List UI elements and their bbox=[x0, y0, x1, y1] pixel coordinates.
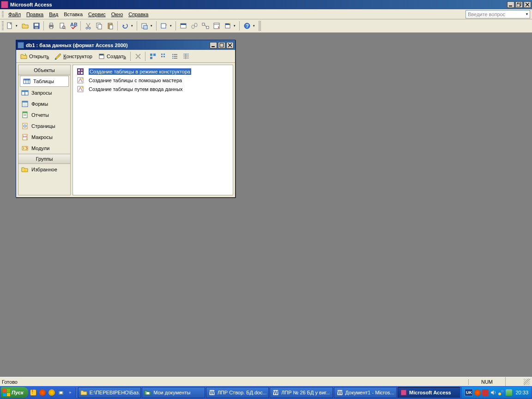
svg-line-12 bbox=[65, 28, 66, 29]
toolbar-grip[interactable] bbox=[2, 21, 4, 30]
code-button[interactable] bbox=[178, 21, 188, 31]
menubar-grip[interactable] bbox=[2, 11, 4, 18]
relationships-button[interactable] bbox=[200, 21, 211, 31]
tray-volume-icon[interactable] bbox=[490, 389, 496, 396]
menu-tools[interactable]: Сервис bbox=[85, 11, 109, 18]
clock[interactable]: 20:33 bbox=[515, 390, 528, 395]
toolbar-end-grip[interactable] bbox=[259, 21, 261, 31]
svg-text:?: ? bbox=[246, 23, 249, 29]
objects-header[interactable]: Объекты bbox=[18, 65, 70, 75]
task-word2[interactable]: W ЛПР № 26 БД у виг... bbox=[270, 387, 332, 398]
spelling-button[interactable]: ABC bbox=[68, 21, 79, 31]
object-list[interactable]: Создание таблицы в режиме конструктора С… bbox=[73, 65, 233, 195]
undo-button[interactable] bbox=[120, 21, 130, 31]
cut-button[interactable] bbox=[83, 21, 93, 31]
menu-insert[interactable]: Вставка bbox=[61, 11, 85, 18]
svg-point-26 bbox=[192, 25, 194, 29]
menu-window[interactable]: Окно bbox=[109, 11, 126, 18]
obj-modules[interactable]: Модули bbox=[18, 143, 70, 154]
officelinks-button[interactable] bbox=[139, 21, 150, 31]
officelinks-dropdown[interactable]: ▾ bbox=[151, 24, 154, 28]
ql-icon-3[interactable] bbox=[48, 388, 56, 397]
new-button[interactable] bbox=[5, 21, 15, 31]
dbwin-maximize-button[interactable] bbox=[218, 42, 225, 48]
newobject-button[interactable] bbox=[223, 21, 233, 31]
task-word3[interactable]: W Документ1 - Micros... bbox=[334, 387, 397, 398]
tray-icon-3[interactable] bbox=[498, 389, 504, 396]
undo-dropdown[interactable]: ▾ bbox=[131, 24, 135, 28]
help-button[interactable]: ? bbox=[242, 21, 252, 31]
view-large-icons-button[interactable] bbox=[148, 51, 158, 61]
new-dropdown[interactable]: ▾ bbox=[16, 24, 19, 28]
dbwin-delete-button[interactable] bbox=[133, 51, 143, 61]
svg-rect-17 bbox=[98, 24, 102, 29]
resize-grip[interactable] bbox=[524, 379, 530, 385]
analyze-button[interactable] bbox=[159, 21, 169, 31]
obj-forms[interactable]: Формы bbox=[18, 98, 70, 109]
tray-icon-4[interactable] bbox=[506, 389, 512, 396]
restore-button[interactable] bbox=[515, 1, 523, 8]
dbwin-close-button[interactable] bbox=[226, 42, 234, 48]
close-button[interactable] bbox=[524, 1, 531, 8]
view-details-button[interactable] bbox=[181, 51, 191, 61]
copy-button[interactable] bbox=[94, 21, 104, 31]
print-preview-button[interactable] bbox=[57, 21, 67, 31]
open-button[interactable] bbox=[20, 21, 30, 31]
properties-button[interactable] bbox=[212, 21, 222, 31]
svg-rect-61 bbox=[24, 79, 30, 80]
task-label: Мои документы bbox=[153, 390, 190, 395]
ql-icon-2[interactable] bbox=[38, 388, 47, 397]
dbwin-open-button[interactable]: Открыть bbox=[18, 51, 51, 61]
system-tray: UK 20:33 bbox=[461, 387, 531, 398]
task-mydocs[interactable]: Мои документы bbox=[142, 387, 205, 398]
script-button[interactable] bbox=[189, 21, 200, 31]
help-dropdown[interactable]: ▾ bbox=[253, 24, 257, 28]
menu-view[interactable]: Вид bbox=[46, 11, 61, 18]
ql-expand[interactable]: » bbox=[66, 388, 74, 397]
obj-tables[interactable]: Таблицы bbox=[20, 76, 69, 87]
list-create-design[interactable]: Создание таблицы в режиме конструктора bbox=[75, 67, 231, 76]
svg-rect-25 bbox=[181, 24, 186, 25]
task-word1[interactable]: W ЛПР Створ. БД.doc... bbox=[206, 387, 269, 398]
obj-queries[interactable]: Запросы bbox=[18, 87, 70, 98]
list-create-datasheet[interactable]: Создание таблицы путем ввода данных bbox=[75, 85, 231, 93]
tray-icon-2[interactable] bbox=[482, 389, 489, 396]
tray-icon-1[interactable] bbox=[474, 389, 481, 396]
newobject-dropdown[interactable]: ▾ bbox=[234, 24, 237, 28]
svg-rect-88 bbox=[60, 392, 62, 394]
task-explorer[interactable]: E:\ПЕРЕВІРЕНО\Баз... bbox=[78, 387, 141, 398]
obj-macros[interactable]: Макросы bbox=[18, 132, 70, 143]
svg-rect-22 bbox=[144, 25, 147, 29]
grp-favorites[interactable]: Избранное bbox=[18, 164, 70, 175]
start-label: Пуск bbox=[12, 390, 24, 395]
start-button[interactable]: Пуск bbox=[1, 387, 28, 398]
dbwin-body: Объекты Таблицы Запросы Формы Отчеты bbox=[16, 63, 235, 197]
language-indicator[interactable]: UK bbox=[465, 389, 473, 396]
task-access[interactable]: Microsoft Access bbox=[398, 387, 460, 398]
task-label: Microsoft Access bbox=[409, 390, 451, 395]
dbwin-minimize-button[interactable] bbox=[210, 42, 217, 48]
obj-pages[interactable]: Страницы bbox=[18, 121, 70, 132]
menu-help[interactable]: Справка bbox=[126, 11, 151, 18]
menu-file[interactable]: Файл bbox=[6, 11, 24, 18]
paste-button[interactable] bbox=[105, 21, 115, 31]
dbwin-titlebar[interactable]: db1 : база данных (формат Access 2000) bbox=[16, 40, 235, 50]
question-input[interactable]: Введите вопрос ▾ bbox=[466, 10, 530, 18]
dbwin-design-button[interactable]: Конструктор bbox=[52, 51, 95, 61]
svg-rect-29 bbox=[206, 26, 209, 29]
analyze-dropdown[interactable]: ▾ bbox=[170, 24, 174, 28]
ql-icon-1[interactable]: ! bbox=[29, 388, 37, 397]
svg-rect-9 bbox=[50, 27, 53, 29]
groups-header[interactable]: Группы bbox=[18, 154, 70, 164]
print-button[interactable] bbox=[46, 21, 56, 31]
svg-rect-46 bbox=[163, 54, 165, 55]
obj-reports[interactable]: Отчеты bbox=[18, 109, 70, 121]
menu-edit[interactable]: Правка bbox=[24, 11, 46, 18]
save-button[interactable] bbox=[31, 21, 42, 31]
view-small-icons-button[interactable] bbox=[159, 51, 169, 61]
minimize-button[interactable] bbox=[507, 1, 514, 8]
ql-show-desktop[interactable] bbox=[57, 388, 65, 397]
view-list-button[interactable] bbox=[170, 51, 180, 61]
dbwin-create-button[interactable]: Создать bbox=[96, 51, 128, 61]
list-create-wizard[interactable]: Создание таблицы с помощью мастера bbox=[75, 76, 231, 85]
